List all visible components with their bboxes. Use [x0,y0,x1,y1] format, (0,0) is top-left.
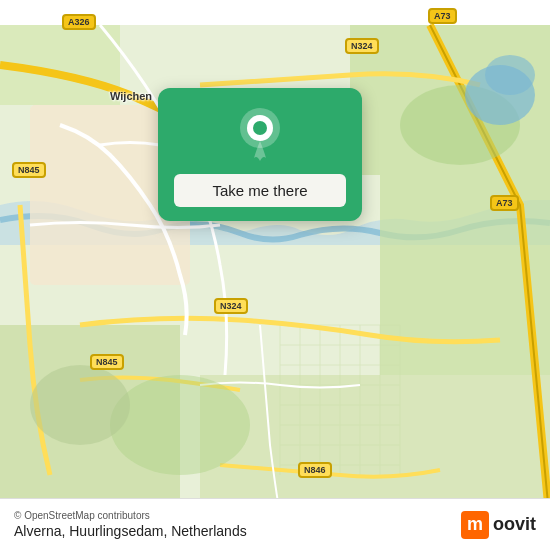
badge-a73-mid: A73 [490,195,519,211]
bottom-bar: © OpenStreetMap contributors Alverna, Hu… [0,498,550,550]
svg-point-26 [485,55,535,95]
popup-card: Take me there [158,88,362,221]
map-container: A326 A73 N324 A73 N845 N324 N845 N846 Wi… [0,0,550,550]
svg-point-23 [110,375,250,475]
badge-n845-left: N845 [12,162,46,178]
place-label-wijchen: Wijchen [110,90,152,102]
moovit-logo: m oovit [461,511,536,539]
moovit-m-icon: m [461,511,489,539]
map-svg [0,0,550,550]
badge-n845-low: N845 [90,354,124,370]
badge-n324-mid: N324 [214,298,248,314]
svg-point-24 [30,365,130,445]
moovit-text: oovit [493,514,536,535]
bottom-left: © OpenStreetMap contributors Alverna, Hu… [14,510,247,539]
badge-n324-top: N324 [345,38,379,54]
take-me-there-button[interactable]: Take me there [174,174,346,207]
badge-a73-top: A73 [428,8,457,24]
svg-point-29 [253,121,267,135]
badge-a326: A326 [62,14,96,30]
osm-attribution: © OpenStreetMap contributors [14,510,247,521]
location-name: Alverna, Huurlingsedam, Netherlands [14,523,247,539]
badge-n846: N846 [298,462,332,478]
location-pin-icon [236,106,284,164]
